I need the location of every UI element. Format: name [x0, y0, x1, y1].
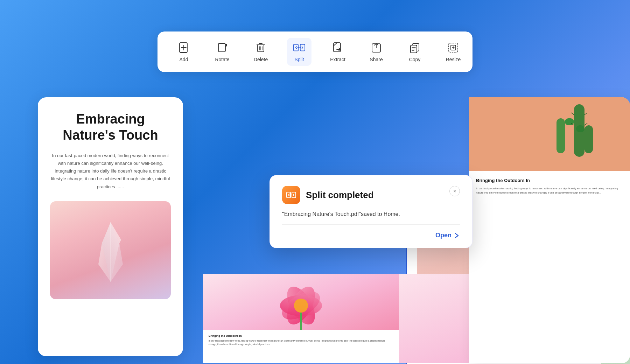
toolbar-resize[interactable]: Resize	[441, 38, 465, 66]
chevron-right-icon	[454, 232, 460, 239]
open-label: Open	[435, 232, 451, 239]
delete-icon	[254, 41, 267, 54]
toolbar-rotate[interactable]: Rotate	[210, 38, 234, 66]
toolbar-add[interactable]: Add	[172, 38, 196, 66]
left-document-card: Embracing Nature's Touch In our fast-pac…	[38, 97, 183, 356]
toolbar-delete[interactable]: Delete	[248, 38, 273, 66]
toolbar-extract[interactable]: Extract	[326, 38, 350, 66]
share-icon	[370, 41, 383, 54]
doc-left-body: In our fast-paced modern world, finding …	[50, 152, 171, 190]
far-right-body: In our fast-paced modern world, finding …	[476, 187, 623, 195]
add-label: Add	[180, 57, 188, 62]
dialog-footer: Open	[282, 232, 460, 239]
extract-label: Extract	[330, 57, 345, 62]
split-label: Split	[294, 57, 304, 62]
svg-rect-54	[584, 125, 593, 153]
split-completed-dialog: Split completed × "Embracing Nature's To…	[270, 175, 472, 248]
dialog-close-button[interactable]: ×	[449, 186, 460, 196]
copy-label: Copy	[409, 57, 421, 62]
right-doc-bottom-area: Bringing the Outdoors In In our fast-pac…	[203, 274, 469, 363]
svg-rect-52	[556, 118, 565, 153]
split-complete-icon	[282, 186, 300, 204]
dialog-open-button[interactable]: Open	[435, 232, 460, 239]
toolbar-share[interactable]: Share	[364, 38, 388, 66]
rotate-icon	[216, 41, 229, 54]
far-right-document-card: Bringing the Outdoors In In our fast-pac…	[469, 97, 630, 363]
toolbar-split[interactable]: Split	[287, 38, 312, 66]
toolbar-copy[interactable]: Copy	[402, 38, 427, 66]
bottom-section-title: Bringing the Outdoors In	[209, 334, 393, 337]
svg-rect-50	[469, 97, 630, 171]
dialog-body: "Embracing Nature's Touch.pdf"saved to H…	[282, 211, 460, 225]
split-icon	[293, 41, 306, 54]
svg-point-48	[294, 299, 308, 313]
resize-icon	[447, 41, 460, 54]
toolbar: Add Rotate Delete	[158, 31, 472, 72]
extract-icon	[331, 41, 344, 54]
resize-label: Resize	[446, 57, 461, 62]
svg-rect-3	[218, 43, 225, 52]
add-page-icon	[177, 41, 190, 54]
rotate-label: Rotate	[215, 57, 229, 62]
far-right-text-area: Bringing the Outdoors In In our fast-pac…	[469, 171, 630, 202]
share-label: Share	[370, 57, 383, 62]
svg-rect-55	[576, 125, 584, 132]
far-right-title: Bringing the Outdoors In	[476, 178, 623, 183]
doc-left-title: Embracing Nature's Touch	[50, 111, 171, 143]
bottom-section-body: In our fast-paced modern world, finding …	[209, 339, 393, 346]
copy-icon	[408, 41, 421, 54]
dialog-title: Split completed	[306, 190, 374, 201]
doc-left-image	[50, 201, 171, 299]
far-right-top-image	[469, 97, 630, 171]
dialog-header: Split completed ×	[282, 186, 460, 204]
delete-label: Delete	[254, 57, 268, 62]
